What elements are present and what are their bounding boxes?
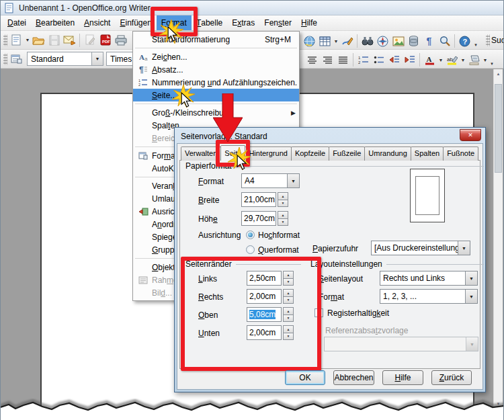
scroll-down-icon[interactable]: ▼ [494,399,503,409]
scrollbar-thumb[interactable] [495,84,502,173]
menu-datei[interactable]: Datei [3,15,31,30]
spin-up-icon[interactable]: ▲ [278,192,288,200]
spin-up-icon[interactable]: ▲ [283,271,294,279]
tab-seite[interactable]: Seite [220,145,245,161]
menuitem-zeichen[interactable]: Aa Zeichen... [133,50,299,63]
menu-tabelle[interactable]: Tabelle [192,15,227,30]
menu-extras[interactable]: Extras [227,15,259,30]
new-document-dropdown[interactable]: ▼ [24,32,31,48]
back-button[interactable]: Zurück [431,370,472,385]
highlighting-button[interactable]: ab [444,52,460,68]
tab-fusszeile[interactable]: Fußzeile [329,146,365,161]
tab-verwalten[interactable]: Verwalten [181,146,221,161]
open-button[interactable] [31,32,46,48]
page-layout-combo[interactable]: Rechts und Links ▼ [380,271,478,286]
align-center-button[interactable] [304,52,320,68]
spin-up-icon[interactable]: ▲ [283,289,294,297]
combo-dropdown-icon[interactable]: ▼ [465,290,477,303]
spin-up-icon[interactable]: ▲ [278,211,288,219]
height-spinner[interactable]: 29,70cm ▲▼ [241,211,288,226]
menuitem-gross-klein[interactable]: Groß-/Kleinschreibung ▶ [133,106,299,119]
portrait-radio[interactable] [246,230,255,239]
number-format-combo[interactable]: 1, 2, 3, ... ▼ [380,289,478,304]
spin-up-icon[interactable]: ▲ [283,325,294,333]
highlighting-dropdown[interactable]: ▼ [460,52,466,68]
edit-file-button[interactable] [82,32,97,48]
justify-button[interactable] [335,52,351,68]
tab-umrandung[interactable]: Umrandung [364,146,411,161]
toolbar-grip[interactable] [3,53,7,65]
toolbar-grip[interactable] [3,34,7,46]
menu-hilfe[interactable]: Hilfe [296,15,322,30]
spin-down-icon[interactable]: ▼ [283,315,294,323]
numbered-list-button[interactable]: 12 [355,52,371,68]
menuitem-nummerierung[interactable]: 12 Nummerierung und Aufzählungszeichen..… [133,76,299,89]
tab-kopfzeile[interactable]: Kopfzeile [291,146,329,161]
combo-dropdown-icon[interactable]: ▼ [91,52,103,65]
tab-hintergrund[interactable]: Hintergrund [245,146,291,161]
navigator-button[interactable] [375,34,390,49]
save-button[interactable] [46,32,62,48]
search-label[interactable]: Suc [491,36,503,45]
help-button[interactable]: Hilfe [382,370,423,385]
gallery-button[interactable] [390,34,406,49]
spin-down-icon[interactable]: ▼ [283,297,294,304]
menu-fenster[interactable]: Fenster [259,15,296,30]
paper-tray-combo[interactable]: [Aus Druckereinstellung] ▼ [371,241,470,255]
title-bar[interactable]: Unbenannt 1 - OpenOffice.org Writer [1,1,503,15]
scroll-up-icon[interactable]: ▲ [494,69,503,79]
email-button[interactable] [62,32,77,48]
spin-down-icon[interactable]: ▼ [283,279,294,286]
register-true-checkbox[interactable] [314,308,323,317]
draw-functions-button[interactable] [339,34,355,49]
margin-top-spinner[interactable]: 5,08cm ▲▼ [247,307,294,322]
combo-dropdown-icon[interactable]: ▼ [287,174,299,187]
toolbar-grip[interactable] [486,34,490,46]
menuitem-absatz[interactable]: ¶ Absatz... [133,63,299,76]
width-spinner[interactable]: 21,00cm ▲▼ [241,192,288,207]
increase-indent-button[interactable] [402,52,417,68]
spin-down-icon[interactable]: ▼ [278,200,288,208]
dialog-title-bar[interactable]: Seitenvorlage: Standard ✕ [177,130,483,143]
ok-button[interactable]: OK [285,370,325,385]
formatting-marks-button[interactable]: ¶ [421,34,437,49]
align-right-button[interactable] [320,52,335,68]
dialog-close-button[interactable]: ✕ [460,129,481,141]
paragraph-style-combo[interactable]: Standard ▼ [27,52,103,66]
toolbar-overflow-dropdown[interactable]: ▾ [472,32,479,50]
combo-dropdown-icon[interactable]: ▼ [465,271,477,285]
hyperlink-button[interactable] [302,34,317,49]
vertical-scrollbar[interactable]: ▲ ▼ [493,69,503,409]
decrease-indent-button[interactable] [386,52,402,68]
insert-table-button[interactable] [317,34,333,49]
zoom-button[interactable] [437,34,452,49]
background-color-button[interactable] [466,52,482,68]
tab-spalten[interactable]: Spalten [411,146,444,161]
new-document-button[interactable] [9,32,24,48]
export-pdf-button[interactable]: PDF [97,32,113,48]
find-replace-button[interactable] [360,34,375,49]
margin-bottom-spinner[interactable]: 2,00cm ▲▼ [247,325,294,340]
toolbar-overflow-dropdown[interactable]: ▾ [489,51,495,69]
menuitem-standardformatierung[interactable]: Standardformatierung Strg+M [133,33,299,46]
margin-right-spinner[interactable]: 2,00cm ▲▼ [247,289,294,304]
menu-bearbeiten[interactable]: Bearbeiten [31,15,79,30]
menu-format[interactable]: Format [157,15,192,30]
reference-style-combo[interactable]: ▼ [324,337,478,351]
font-color-button[interactable]: A [422,52,437,68]
menu-ansicht[interactable]: Ansicht [79,15,115,30]
paper-format-combo[interactable]: A4 ▼ [241,173,300,188]
insert-table-dropdown[interactable]: ▼ [333,34,339,49]
combo-dropdown-icon[interactable]: ▼ [458,241,470,255]
menu-einfuegen[interactable]: Einfügen [115,15,156,30]
spin-down-icon[interactable]: ▼ [283,333,294,341]
tab-fussnote[interactable]: Fußnote [443,146,478,161]
print-button[interactable] [113,32,128,48]
spin-up-icon[interactable]: ▲ [283,307,294,315]
landscape-radio[interactable] [246,245,255,254]
spin-down-icon[interactable]: ▼ [278,219,288,226]
bullet-list-button[interactable] [371,52,386,68]
cancel-button[interactable]: Abbrechen [333,370,374,385]
font-color-dropdown[interactable]: ▼ [437,52,444,68]
styles-button[interactable] [9,51,24,67]
